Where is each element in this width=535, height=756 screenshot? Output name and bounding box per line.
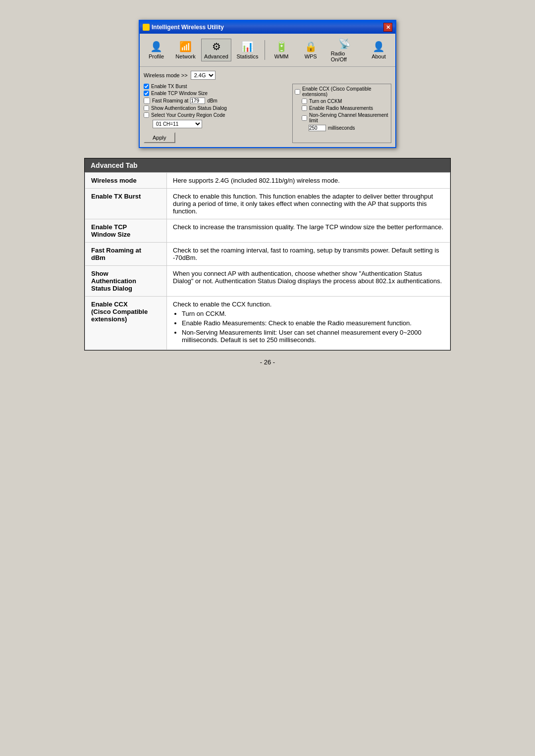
doc-header: Advanced Tab — [85, 158, 450, 172]
turn-on-cckm-checkbox[interactable] — [302, 99, 307, 104]
radio-measurements-checkbox[interactable] — [302, 105, 307, 111]
ccx-main-row: Enable CCX (Cisco Compatible extensions) — [295, 86, 389, 97]
table-row: Enable TX Burst Check to enable this fun… — [85, 189, 450, 219]
toolbar-statistics-button[interactable]: 📊 Statistics — [233, 39, 262, 61]
toolbar-network-button[interactable]: 📶 Network — [172, 39, 199, 61]
fast-roaming-label: Fast Roaming at — [152, 98, 188, 103]
network-icon: 📶 — [179, 41, 192, 52]
intelligent-wireless-utility-dialog: Intelligent Wireless Utility ✕ 👤 Profile… — [139, 20, 396, 148]
wmm-icon: 🔋 — [275, 41, 288, 52]
fast-roaming-checkbox[interactable] — [144, 98, 150, 104]
turn-on-cckm-label: Turn on CCKM — [309, 99, 342, 104]
about-icon: 👤 — [373, 41, 385, 52]
advanced-icon: ⚙ — [212, 41, 221, 52]
toolbar-wmm-label: WMM — [274, 53, 289, 59]
enable-tcp-checkbox[interactable] — [144, 91, 149, 96]
radio-measurements-label: Enable Radio Measurements — [309, 105, 373, 111]
dialog-icon — [143, 24, 150, 31]
toolbar-profile-button[interactable]: 👤 Profile — [143, 39, 170, 61]
table-row: Enable TCPWindow Size Check to increase … — [85, 219, 450, 243]
toolbar-statistics-label: Statistics — [236, 53, 258, 59]
desc-fast-roaming: Check to set the roaming interval, fast … — [167, 243, 450, 266]
ms-value-row: milliseconds — [309, 125, 389, 131]
show-auth-row: Show Authentication Status Dialog — [144, 105, 288, 111]
ccx-panel: Enable CCX (Cisco Compatible extensions)… — [292, 84, 391, 143]
enable-tcp-row: Enable TCP Window Size — [144, 91, 288, 96]
close-button[interactable]: ✕ — [383, 23, 392, 32]
toolbar-radio-button[interactable]: 📡 Radio On/Off — [326, 36, 363, 64]
toolbar-wps-label: WPS — [305, 53, 317, 59]
toolbar-about-button[interactable]: 👤 About — [365, 39, 392, 61]
left-checkboxes: Enable TX Burst Enable TCP Window Size F… — [144, 84, 288, 118]
toolbar-wmm-button[interactable]: 🔋 WMM — [268, 39, 295, 61]
statistics-icon: 📊 — [241, 41, 254, 52]
show-auth-label: Show Authentication Status Dialog — [151, 105, 227, 111]
country-row: 01 CH=11 02 CH=13 03 CH=14 — [144, 120, 288, 128]
select-country-row: Select Your Country Region Code — [144, 112, 288, 118]
profile-icon: 👤 — [150, 41, 162, 52]
term-wireless-mode: Wireless mode — [85, 173, 167, 189]
fast-roaming-row: Fast Roaming at dBm — [144, 98, 288, 104]
enable-tx-burst-checkbox[interactable] — [144, 84, 149, 89]
list-item: Non-Serving Measurements limit: User can… — [182, 329, 444, 344]
term-enable-tx: Enable TX Burst — [85, 189, 167, 219]
show-auth-checkbox[interactable] — [144, 105, 149, 111]
dialog-title-area: Intelligent Wireless Utility — [143, 24, 224, 31]
toolbar-network-label: Network — [175, 53, 195, 59]
desc-enable-tx: Check to enable this function. This func… — [167, 189, 450, 219]
dialog-main: Enable TX Burst Enable TCP Window Size F… — [144, 84, 391, 143]
non-serving-row: Non-Serving Channel Measurement limit — [302, 112, 389, 123]
wps-icon: 🔒 — [305, 41, 317, 52]
dialog-title: Intelligent Wireless Utility — [152, 24, 224, 31]
desc-ccx: Check to enable the CCX function. Turn o… — [167, 297, 450, 350]
term-show-auth: ShowAuthenticationStatus Dialog — [85, 266, 167, 297]
doc-table: Wireless mode Here supports 2.4G (includ… — [85, 172, 450, 350]
enable-tx-burst-row: Enable TX Burst — [144, 84, 288, 89]
left-panel: Enable TX Burst Enable TCP Window Size F… — [144, 84, 288, 143]
wireless-mode-select[interactable]: 2.4G 5G — [191, 71, 215, 80]
fast-roaming-unit: dBm — [207, 98, 217, 103]
table-row: Wireless mode Here supports 2.4G (includ… — [85, 173, 450, 189]
toolbar-advanced-label: Advanced — [204, 53, 228, 59]
doc-header-title: Advanced Tab — [91, 161, 138, 169]
desc-enable-tcp: Check to increase the transmission quali… — [167, 219, 450, 243]
list-item: Turn on CCKM. — [182, 310, 444, 317]
page-number: - 26 - — [260, 358, 275, 366]
table-row: ShowAuthenticationStatus Dialog When you… — [85, 266, 450, 297]
select-country-label: Select Your Country Region Code — [151, 112, 225, 118]
table-row: Enable CCX(Cisco Compatibleextensions) C… — [85, 297, 450, 350]
dialog-titlebar: Intelligent Wireless Utility ✕ — [140, 21, 395, 34]
wireless-mode-label: Wireless mode >> — [144, 72, 188, 78]
toolbar-divider-1 — [265, 40, 265, 60]
fast-roaming-value-input[interactable] — [190, 98, 205, 104]
dialog-body: Wireless mode >> 2.4G 5G Enable TX Burst… — [140, 67, 395, 147]
select-country-checkbox[interactable] — [144, 112, 149, 118]
toolbar-about-label: About — [372, 53, 386, 59]
turn-on-cckm-row: Turn on CCKM — [302, 99, 389, 104]
ms-unit: milliseconds — [328, 125, 355, 131]
country-select[interactable]: 01 CH=11 02 CH=13 03 CH=14 — [153, 120, 202, 128]
toolbar-wps-button[interactable]: 🔒 WPS — [297, 39, 324, 61]
non-serving-label: Non-Serving Channel Measurement limit — [309, 112, 389, 123]
list-item: Enable Radio Measurements: Check to enab… — [182, 319, 444, 327]
desc-wireless-mode: Here supports 2.4G (included 802.11b/g/n… — [167, 173, 450, 189]
ccx-sub-section: Turn on CCKM Enable Radio Measurements N… — [302, 99, 389, 131]
desc-show-auth: When you connect AP with authentication,… — [167, 266, 450, 297]
ccx-list: Turn on CCKM. Enable Radio Measurements:… — [182, 310, 444, 344]
term-fast-roaming: Fast Roaming atdBm — [85, 243, 167, 266]
dialog-toolbar: 👤 Profile 📶 Network ⚙ Advanced 📊 Statist… — [140, 34, 395, 67]
ms-value-input[interactable] — [309, 125, 326, 131]
apply-button[interactable]: Apply — [144, 132, 175, 143]
toolbar-advanced-button[interactable]: ⚙ Advanced — [201, 39, 231, 61]
radio-icon: 📡 — [338, 38, 351, 50]
radio-measurements-row: Enable Radio Measurements — [302, 105, 389, 111]
toolbar-radio-label: Radio On/Off — [331, 50, 359, 62]
enable-tx-burst-label: Enable TX Burst — [151, 84, 187, 89]
enable-tcp-label: Enable TCP Window Size — [151, 91, 208, 96]
ccx-title: Enable CCX (Cisco Compatible extensions) — [302, 86, 389, 97]
toolbar-profile-label: Profile — [149, 53, 164, 59]
non-serving-checkbox[interactable] — [302, 115, 307, 121]
term-ccx: Enable CCX(Cisco Compatibleextensions) — [85, 297, 167, 350]
ccx-enable-checkbox[interactable] — [295, 89, 300, 95]
doc-section: Advanced Tab Wireless mode Here supports… — [84, 158, 451, 351]
